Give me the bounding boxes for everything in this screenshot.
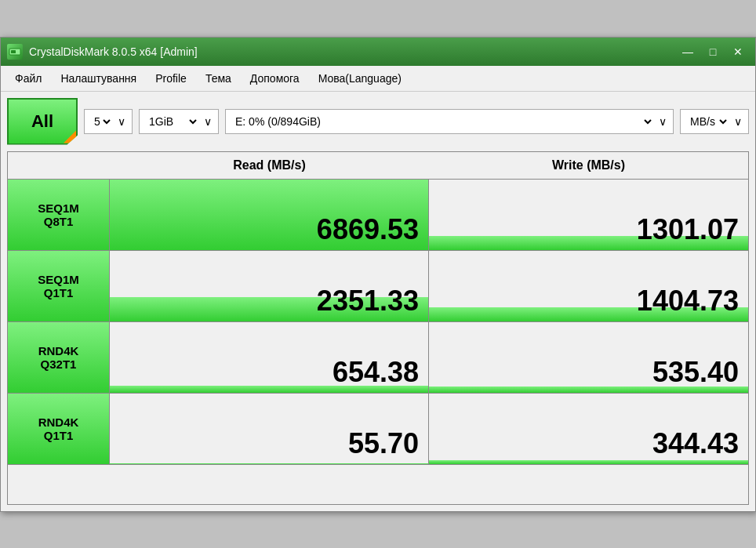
results-grid: Read (MB/s) Write (MB/s) SEQ1MQ8T1 6869.… (7, 151, 749, 505)
drive-select-wrapper[interactable]: E: 0% (0/894GiB) ∨ (225, 109, 674, 134)
write-value-rnd4k-q32t1: 535.40 (429, 352, 748, 393)
row-label-seq1m-q1t1: SEQ1MQ1T1 (8, 251, 110, 321)
title-bar: CrystalDiskMark 8.0.5 x64 [Admin] — □ ✕ (1, 38, 755, 66)
read-value-seq1m-q1t1: 2351.33 (110, 281, 428, 321)
table-row: SEQ1MQ8T1 6869.53 1301.07 (8, 180, 748, 251)
runs-select-wrapper[interactable]: 1 3 5 9 ∨ (84, 109, 133, 134)
runs-chevron-icon: ∨ (118, 115, 125, 128)
write-value-rnd4k-q1t1: 344.43 (429, 423, 748, 464)
all-button[interactable]: All (7, 98, 78, 145)
menu-language[interactable]: Мова(Language) (311, 69, 409, 88)
window-title: CrystalDiskMark 8.0.5 x64 [Admin] (29, 45, 198, 58)
row-label-seq1m-q8t1: SEQ1MQ8T1 (8, 180, 110, 250)
read-value-rnd4k-q32t1: 654.38 (110, 352, 428, 393)
row-label-rnd4k-q32t1: RND4KQ32T1 (8, 322, 110, 393)
controls-row: All 1 3 5 9 ∨ 512MiB 1GiB 2GiB 4GiB ∨ (7, 98, 749, 145)
grid-header: Read (MB/s) Write (MB/s) (8, 152, 748, 180)
main-content: All 1 3 5 9 ∨ 512MiB 1GiB 2GiB 4GiB ∨ (1, 92, 755, 511)
read-value-rnd4k-q1t1: 55.70 (110, 423, 428, 464)
write-value-seq1m-q8t1: 1301.07 (429, 209, 748, 250)
menu-help[interactable]: Допомога (242, 69, 307, 88)
read-value-seq1m-q8t1: 6869.53 (110, 209, 428, 250)
size-chevron-icon: ∨ (204, 115, 212, 128)
header-write: Write (MB/s) (429, 152, 748, 180)
maximize-button[interactable]: □ (702, 43, 724, 60)
menu-bar: Файл Налаштування Profile Тема Допомога … (1, 66, 755, 92)
unit-select[interactable]: MB/s GB/s IOPS μs (687, 114, 729, 129)
svg-rect-1 (11, 50, 16, 53)
table-row: RND4KQ1T1 55.70 344.43 (8, 394, 748, 465)
menu-settings[interactable]: Налаштування (53, 69, 144, 88)
header-read: Read (MB/s) (110, 152, 429, 180)
drive-select[interactable]: E: 0% (0/894GiB) (232, 114, 654, 129)
unit-select-wrapper[interactable]: MB/s GB/s IOPS μs ∨ (680, 109, 749, 134)
main-window: CrystalDiskMark 8.0.5 x64 [Admin] — □ ✕ … (0, 37, 756, 512)
menu-file[interactable]: Файл (7, 69, 49, 88)
title-bar-left: CrystalDiskMark 8.0.5 x64 [Admin] (7, 44, 198, 60)
table-row: RND4KQ32T1 654.38 535.40 (8, 322, 748, 394)
window-controls: — □ ✕ (677, 43, 749, 60)
read-cell-rnd4k-q1t1: 55.70 (110, 394, 429, 464)
write-cell-seq1m-q1t1: 1404.73 (429, 251, 748, 321)
size-select-wrapper[interactable]: 512MiB 1GiB 2GiB 4GiB ∨ (139, 109, 219, 134)
write-cell-seq1m-q8t1: 1301.07 (429, 180, 748, 250)
drive-chevron-icon: ∨ (659, 115, 667, 128)
table-row: SEQ1MQ1T1 2351.33 1404.73 (8, 251, 748, 322)
close-button[interactable]: ✕ (727, 43, 749, 60)
write-cell-rnd4k-q32t1: 535.40 (429, 322, 748, 393)
menu-profile[interactable]: Profile (147, 69, 194, 88)
write-cell-rnd4k-q1t1: 344.43 (429, 394, 748, 464)
menu-theme[interactable]: Тема (198, 69, 239, 88)
read-cell-seq1m-q1t1: 2351.33 (110, 251, 429, 321)
row-label-rnd4k-q1t1: RND4KQ1T1 (8, 394, 110, 464)
minimize-button[interactable]: — (677, 43, 699, 60)
read-cell-rnd4k-q32t1: 654.38 (110, 322, 429, 393)
app-icon (7, 44, 23, 60)
unit-chevron-icon: ∨ (734, 115, 742, 128)
write-value-seq1m-q1t1: 1404.73 (429, 281, 748, 321)
header-label-col (8, 152, 110, 180)
empty-row (8, 465, 748, 504)
read-cell-seq1m-q8t1: 6869.53 (110, 180, 429, 250)
runs-select[interactable]: 1 3 5 9 (91, 114, 113, 129)
size-select[interactable]: 512MiB 1GiB 2GiB 4GiB (146, 114, 199, 129)
